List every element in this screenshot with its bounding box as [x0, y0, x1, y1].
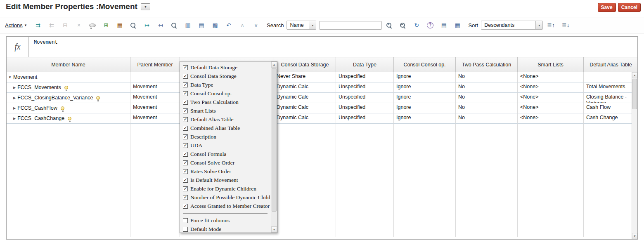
- column-header[interactable]: Consol Consol op.: [394, 57, 456, 72]
- column-menu-item[interactable]: ✓Default Data Storage: [183, 63, 270, 72]
- column-menu-item[interactable]: Force fit columns: [183, 216, 270, 225]
- zoom-out-member-icon[interactable]: ⇇: [48, 22, 55, 28]
- chevron-down-icon[interactable]: ▼: [535, 21, 542, 29]
- column-menu-item[interactable]: ✓Default Alias Table: [183, 115, 270, 124]
- checkbox-checked[interactable]: ✓: [183, 117, 188, 122]
- column-menu-item[interactable]: ✓Consol Data Storage: [183, 72, 270, 80]
- find-in-tree-icon[interactable]: [171, 22, 178, 28]
- checkbox-unchecked[interactable]: [183, 218, 188, 223]
- sort-select[interactable]: Descendants ▼: [481, 21, 543, 30]
- move-member-icon[interactable]: ▦: [116, 22, 123, 28]
- member-selector-dropdown[interactable]: ▼: [141, 3, 150, 10]
- column-header[interactable]: Data Type: [336, 57, 394, 72]
- scroll-thumb[interactable]: [632, 79, 637, 109]
- checkbox-checked[interactable]: ✓: [183, 100, 188, 105]
- search-input[interactable]: [319, 21, 382, 30]
- freeze-columns-icon[interactable]: ▩: [212, 22, 218, 28]
- column-header[interactable]: Smart Lists: [518, 57, 584, 72]
- expand-node-icon[interactable]: ▶: [13, 115, 16, 122]
- keep-members-icon[interactable]: ⊟: [62, 22, 69, 28]
- checkbox-checked[interactable]: ✓: [183, 160, 188, 165]
- delete-member-icon[interactable]: ×: [76, 22, 82, 28]
- column-menu-item[interactable]: ✓Smart Lists: [183, 106, 270, 115]
- column-header[interactable]: Default Alias Table: [584, 57, 638, 72]
- checkbox-checked[interactable]: ✓: [183, 74, 188, 79]
- table-row[interactable]: ▼MovementNever ShareUnspecifiedIgnoreNo<…: [7, 72, 637, 82]
- checkbox-checked[interactable]: ✓: [183, 65, 188, 70]
- select-rows-icon[interactable]: ▤: [198, 22, 205, 28]
- column-menu-item[interactable]: ✓Two Pass Calculation: [183, 98, 270, 106]
- add-member-icon[interactable]: ⊞: [103, 22, 109, 28]
- table-row[interactable]: ▶FCCS_CashChangeMovementDynamic CalcUnsp…: [7, 113, 637, 124]
- zoom-in-member-icon[interactable]: ⇉: [35, 22, 41, 28]
- checkbox-checked[interactable]: ✓: [183, 108, 188, 113]
- zoom-in-icon[interactable]: +: [386, 22, 393, 28]
- checkbox-checked[interactable]: ✓: [183, 178, 188, 183]
- expand-node-icon[interactable]: ▶: [13, 95, 16, 101]
- checkbox-checked[interactable]: ✓: [183, 152, 188, 157]
- column-menu-item[interactable]: ✓Consol Solve Order: [183, 158, 270, 167]
- column-menu-item[interactable]: ✓Data Type: [183, 80, 270, 89]
- column-menu-item[interactable]: Default Mode: [183, 225, 270, 233]
- search-field-select[interactable]: Name ▼: [286, 21, 316, 30]
- column-menu-item[interactable]: ✓Rates Solve Order: [183, 167, 270, 176]
- sort-descending-icon[interactable]: ≣↓: [562, 22, 570, 28]
- scroll-up-button[interactable]: ▲: [271, 61, 277, 68]
- actions-menu[interactable]: Actions ▾: [5, 22, 26, 28]
- sort-ascending-icon[interactable]: ≣↑: [547, 22, 555, 28]
- cancel-button[interactable]: Cancel: [618, 3, 641, 12]
- table-row[interactable]: ▶FCCS_MovementsMovementDynamic CalcUnspe…: [7, 82, 637, 93]
- column-header[interactable]: Consol Data Storage: [274, 57, 336, 72]
- column-menu-item[interactable]: ✓UDA: [183, 141, 270, 150]
- save-button[interactable]: Save: [598, 3, 616, 12]
- scroll-down-button[interactable]: ▼: [632, 233, 637, 239]
- vertical-scrollbar[interactable]: ▲ ▼: [632, 72, 637, 239]
- column-menu-item[interactable]: ✓Enable for Dynamic Children: [183, 184, 270, 193]
- empty-cell: [7, 144, 130, 155]
- column-menu-item[interactable]: ✓Is Default Movement: [183, 176, 270, 184]
- search-tree-icon[interactable]: [130, 22, 137, 28]
- scroll-down-button[interactable]: ▼: [271, 226, 277, 233]
- detach-table-icon[interactable]: ▤: [440, 22, 447, 28]
- checkbox-checked[interactable]: ✓: [183, 143, 188, 148]
- checkbox-unchecked[interactable]: [183, 227, 188, 232]
- column-menu-item[interactable]: ✓Number of Possible Dynamic Children: [183, 193, 270, 202]
- checkbox-checked[interactable]: ✓: [183, 91, 188, 96]
- column-header[interactable]: Two Pass Calculation: [456, 57, 518, 72]
- table-view-icon[interactable]: ▦: [454, 22, 461, 28]
- chevron-down-icon[interactable]: ▼: [309, 21, 316, 29]
- collapse-node-icon[interactable]: ▼: [8, 74, 12, 80]
- checkbox-checked[interactable]: ✓: [183, 186, 188, 191]
- column-menu-item[interactable]: ✓Consol Consol op.: [183, 89, 270, 98]
- checkbox-checked[interactable]: ✓: [183, 204, 188, 209]
- column-menu-item[interactable]: ✓Combined Alias Table: [183, 124, 270, 132]
- checkbox-checked[interactable]: ✓: [183, 195, 188, 200]
- help-icon[interactable]: ?: [427, 22, 433, 28]
- previous-icon[interactable]: ∧: [239, 22, 246, 28]
- expand-node-icon[interactable]: ▶: [13, 105, 16, 111]
- popup-scrollbar[interactable]: ▲ ▼: [271, 61, 277, 233]
- refresh-icon[interactable]: ↻: [413, 22, 420, 28]
- column-menu-item[interactable]: ✓Access Granted to Member Creator: [183, 202, 270, 210]
- checkbox-checked[interactable]: ✓: [183, 126, 188, 131]
- column-header[interactable]: Parent Member: [130, 57, 180, 72]
- next-icon[interactable]: ∨: [253, 22, 259, 28]
- checkbox-checked[interactable]: ✓: [183, 82, 188, 87]
- column-menu-item[interactable]: ✓Consol Formula: [183, 150, 270, 158]
- formula-value[interactable]: Movement: [29, 37, 637, 57]
- indent-member-icon[interactable]: ↦: [144, 22, 150, 28]
- select-columns-icon[interactable]: ▥: [185, 22, 191, 28]
- scroll-thumb[interactable]: [272, 68, 277, 212]
- column-header[interactable]: Member Name: [7, 57, 130, 72]
- checkbox-checked[interactable]: ✓: [183, 134, 188, 139]
- checkbox-checked[interactable]: ✓: [183, 169, 188, 174]
- outdent-member-icon[interactable]: ↤: [157, 22, 164, 28]
- expand-node-icon[interactable]: ▶: [13, 85, 16, 91]
- undo-icon[interactable]: ↶: [225, 22, 232, 28]
- table-row[interactable]: ▶FCCS_CashFlowMovementDynamic CalcUnspec…: [7, 103, 637, 113]
- shared-member-toolbar-icon[interactable]: [89, 24, 96, 27]
- scroll-up-button[interactable]: ▲: [632, 72, 637, 78]
- zoom-out-icon[interactable]: −: [400, 22, 406, 28]
- table-row[interactable]: ▶FCCS_ClosingBalance_VarianceMovementDyn…: [7, 93, 637, 103]
- column-menu-item[interactable]: ✓Description: [183, 132, 270, 141]
